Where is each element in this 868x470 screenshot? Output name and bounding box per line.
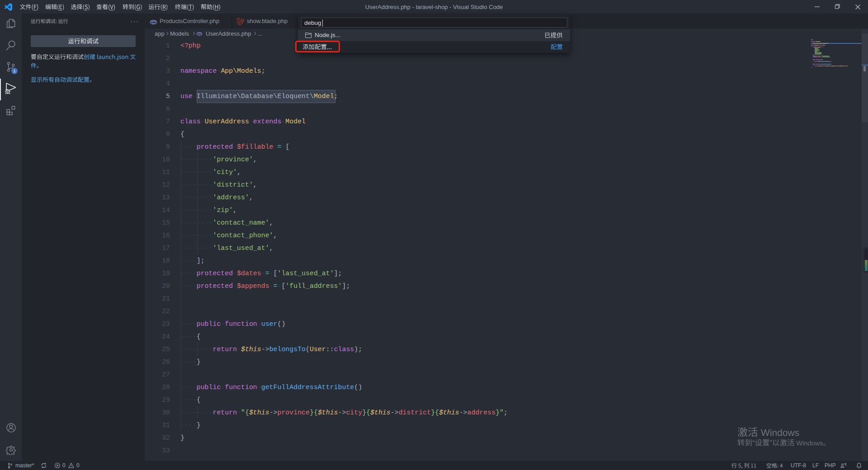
- svg-text:php: php: [197, 33, 201, 35]
- svg-text:php: php: [151, 21, 156, 24]
